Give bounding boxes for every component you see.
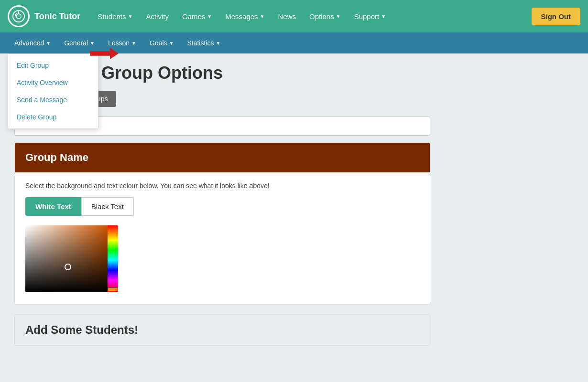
add-students-header: Add Some Students! [15, 315, 430, 345]
nav-students[interactable]: Students ▼ [92, 9, 138, 24]
games-caret: ▼ [207, 14, 212, 19]
subnav-lesson[interactable]: Lesson ▼ [101, 35, 143, 51]
messages-caret: ▼ [260, 14, 265, 19]
subnav-general[interactable]: General ▼ [57, 35, 101, 51]
subnav-statistics[interactable]: Statistics ▼ [180, 35, 227, 51]
nav-support[interactable]: Support ▼ [348, 9, 392, 24]
color-cursor [65, 264, 71, 270]
color-hint: Select the background and text colour be… [25, 182, 419, 190]
text-color-buttons: White Text Black Text [25, 197, 419, 216]
logo-icon [8, 5, 30, 27]
color-picker[interactable] [25, 225, 131, 295]
dropdown-edit-group[interactable]: Edit Group [8, 57, 98, 74]
color-gradient[interactable] [25, 225, 108, 292]
general-caret: ▼ [90, 41, 95, 46]
nav-games[interactable]: Games ▼ [176, 9, 218, 24]
add-students-card: Add Some Students! [14, 314, 430, 346]
add-students-title: Add Some Students! [25, 323, 419, 337]
subnav-advanced[interactable]: Advanced ▼ [8, 35, 57, 51]
group-name-body: Select the background and text colour be… [15, 172, 430, 304]
white-text-button[interactable]: White Text [25, 197, 81, 216]
nav-messages[interactable]: Messages ▼ [219, 9, 270, 24]
hue-bar[interactable] [108, 225, 118, 292]
group-name-header: Group Name [15, 143, 430, 172]
sub-navigation: Advanced ▼ General ▼ Lesson ▼ Goals ▼ St… [0, 32, 588, 53]
logo-area: Tonic Tutor [8, 5, 80, 27]
support-caret: ▼ [381, 14, 386, 19]
nav-news[interactable]: News [272, 9, 302, 24]
lesson-caret: ▼ [131, 41, 136, 46]
dropdown-delete-group[interactable]: Delete Group [8, 108, 98, 126]
nav-activity[interactable]: Activity [140, 9, 174, 24]
subnav-goals[interactable]: Goals ▼ [143, 35, 180, 51]
nav-options[interactable]: Options ▼ [304, 9, 347, 24]
dropdown-activity-overview[interactable]: Activity Overview [8, 74, 98, 91]
group-name-card: Group Name Select the background and tex… [14, 142, 430, 305]
sign-out-button[interactable]: Sign Out [532, 8, 581, 25]
black-text-button[interactable]: Black Text [81, 197, 134, 216]
advanced-caret: ▼ [46, 41, 51, 46]
options-caret: ▼ [336, 14, 341, 19]
top-navigation: Tonic Tutor Students ▼ Activity Games ▼ … [0, 0, 588, 32]
dropdown-send-message[interactable]: Send a Message [8, 91, 98, 108]
dropdown-menu: Edit Group Activity Overview Send a Mess… [8, 53, 98, 129]
goals-caret: ▼ [169, 41, 174, 46]
statistics-caret: ▼ [216, 41, 220, 46]
site-title: Tonic Tutor [34, 11, 80, 21]
top-nav-items: Students ▼ Activity Games ▼ Messages ▼ N… [92, 9, 531, 24]
svg-point-1 [16, 14, 21, 19]
hue-indicator [108, 287, 118, 291]
students-caret: ▼ [128, 14, 133, 19]
